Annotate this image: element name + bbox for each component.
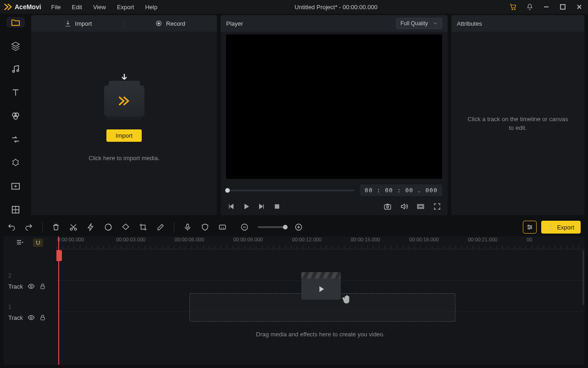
bell-icon[interactable] (526, 3, 534, 11)
aspect-button[interactable] (416, 202, 425, 211)
sidebar-effects-icon[interactable] (6, 111, 25, 121)
zoom-out-button[interactable] (240, 223, 249, 231)
main-menu: File Edit View Export Help (46, 2, 163, 12)
zoom-slider[interactable] (258, 226, 285, 228)
zoom-handle[interactable] (283, 225, 288, 229)
play-button[interactable] (243, 203, 250, 210)
menu-view[interactable]: View (88, 2, 111, 12)
crop-button[interactable] (139, 223, 147, 231)
sidebar-audio-icon[interactable] (6, 64, 25, 74)
import-button[interactable]: Import (106, 129, 142, 142)
stop-button[interactable] (274, 203, 280, 210)
hand-icon (342, 295, 352, 306)
import-tab[interactable]: Import (37, 20, 119, 27)
cut-button[interactable] (69, 223, 78, 231)
record-tab[interactable]: Record (129, 20, 211, 27)
svg-point-0 (512, 9, 513, 10)
svg-rect-17 (419, 206, 423, 208)
app-name: AceMovi (15, 3, 41, 11)
playhead[interactable] (58, 236, 59, 365)
settings-button[interactable] (523, 221, 537, 234)
menu-export[interactable]: Export (111, 2, 140, 12)
player-viewport[interactable] (226, 34, 442, 179)
redo-button[interactable] (25, 223, 33, 231)
track-head: 2 Track (4, 266, 56, 297)
magnet-toggle[interactable] (33, 239, 43, 247)
svg-point-30 (30, 317, 32, 318)
sidebar-text-icon[interactable] (6, 87, 25, 98)
svg-point-5 (17, 69, 19, 71)
eye-icon[interactable] (28, 314, 35, 321)
quality-select[interactable]: Full Quality (396, 18, 442, 29)
menu-help[interactable]: Help (139, 2, 163, 12)
app-logo-icon (3, 1, 14, 12)
svg-rect-22 (219, 225, 226, 229)
svg-point-4 (12, 70, 14, 72)
color-button[interactable] (104, 223, 112, 231)
sidebar-stickers-icon[interactable] (6, 158, 25, 168)
caption-button[interactable] (218, 223, 227, 231)
import-dropzone[interactable] (104, 85, 144, 117)
menu-edit[interactable]: Edit (67, 2, 88, 12)
zoom-in-button[interactable] (294, 223, 303, 231)
export-icon (548, 224, 554, 230)
export-label: Export (557, 224, 574, 231)
svg-rect-31 (41, 317, 44, 320)
timeline-toolbar: Export (4, 218, 584, 236)
shield-button[interactable] (201, 223, 209, 231)
window-minimize[interactable] (542, 3, 550, 11)
attributes-label: Attributes (457, 20, 482, 27)
lock-icon[interactable] (39, 283, 46, 290)
track-menu-button[interactable] (16, 238, 24, 248)
track-head: 1 Track (4, 297, 56, 328)
snapshot-button[interactable] (383, 202, 392, 211)
vertical-scrollbar[interactable] (582, 250, 584, 305)
prev-frame-button[interactable] (227, 203, 234, 210)
sidebar-pip-icon[interactable] (6, 181, 25, 192)
player-progress-bar[interactable] (226, 190, 355, 191)
speed-button[interactable] (87, 223, 95, 231)
titlebar: AceMovi File Edit View Export Help Untit… (0, 0, 588, 14)
svg-rect-21 (187, 224, 189, 228)
delete-button[interactable] (52, 223, 60, 231)
export-button[interactable]: Export (541, 221, 581, 234)
timeline-ruler[interactable]: 0:00:00.00000:00:03.00000:00:06.00000:00… (56, 236, 584, 249)
left-sidebar (4, 15, 28, 215)
svg-point-28 (30, 285, 32, 287)
progress-handle[interactable] (225, 188, 230, 193)
timeline: 2 Track 1 Track 0:00:00.00000:00:03.0000… (4, 236, 584, 365)
next-frame-button[interactable] (258, 203, 266, 210)
timecode: 00 : 00 : 00 . 000 (360, 184, 442, 196)
svg-rect-13 (275, 205, 279, 208)
svg-point-26 (531, 227, 532, 228)
record-tab-label: Record (166, 20, 185, 27)
window-close[interactable] (575, 3, 583, 11)
mic-button[interactable] (183, 223, 192, 231)
menu-file[interactable]: File (46, 2, 67, 12)
media-panel: Import Record Import Click here to impor… (31, 15, 217, 215)
lock-icon[interactable] (39, 314, 46, 321)
import-tab-label: Import (75, 20, 92, 27)
cart-icon[interactable] (509, 3, 517, 11)
player-label: Player (226, 20, 243, 27)
eye-icon[interactable] (28, 283, 35, 290)
svg-rect-14 (384, 205, 391, 209)
record-icon (155, 20, 162, 27)
svg-point-27 (529, 228, 530, 229)
svg-rect-29 (41, 286, 44, 289)
sidebar-layers-icon[interactable] (6, 40, 25, 51)
sidebar-transitions-icon[interactable] (6, 134, 25, 145)
import-hint: Click here to import media. (89, 155, 160, 162)
volume-button[interactable] (400, 202, 408, 211)
clapper-icon (300, 272, 343, 303)
sidebar-media-icon[interactable] (6, 17, 25, 28)
fullscreen-button[interactable] (433, 202, 441, 211)
window-maximize[interactable] (559, 3, 567, 11)
drop-hint: Drag media and effects here to create yo… (56, 331, 584, 338)
undo-button[interactable] (7, 223, 16, 231)
tag-button[interactable] (122, 223, 130, 231)
svg-point-15 (387, 206, 389, 208)
sidebar-grid-icon[interactable] (6, 205, 25, 215)
edit-button[interactable] (156, 223, 165, 231)
svg-point-12 (158, 22, 160, 24)
